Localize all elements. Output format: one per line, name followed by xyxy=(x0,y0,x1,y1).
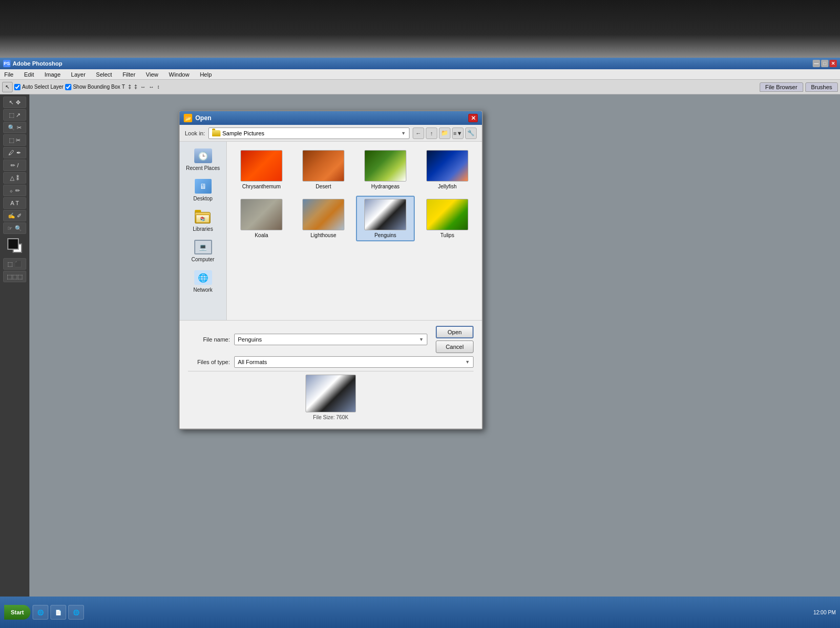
minimize-button[interactable]: — xyxy=(813,60,820,67)
thumb-penguins xyxy=(364,199,406,230)
file-type-dropdown[interactable]: ▼ xyxy=(465,359,470,365)
sidebar-item-recent-places[interactable]: 🕒 Recent Places xyxy=(183,146,224,173)
menu-layer[interactable]: Layer xyxy=(69,70,88,79)
close-button[interactable]: ✕ xyxy=(830,60,837,67)
menu-help[interactable]: Help xyxy=(198,70,214,79)
nav-back-btn[interactable]: ← xyxy=(413,127,424,139)
file-browser-tab[interactable]: File Browser xyxy=(760,82,803,92)
foreground-color[interactable] xyxy=(7,238,19,250)
file-label-desert: Desert xyxy=(316,184,331,189)
menu-window[interactable]: Window xyxy=(167,70,192,79)
file-label-koala: Koala xyxy=(255,232,268,238)
taskbar-ie[interactable]: 🌐 xyxy=(68,605,84,620)
file-label-tulips: Tulips xyxy=(440,232,454,238)
desktop-icon: 🖥 xyxy=(194,178,213,194)
file-item-chrysanthemum[interactable]: Chrysanthemum xyxy=(232,147,291,193)
file-item-penguins[interactable]: Penguins xyxy=(356,196,415,241)
quick-mask[interactable]: ⬚ ⬛ xyxy=(3,258,26,270)
file-item-tulips[interactable]: Tulips xyxy=(418,196,477,241)
recent-places-icon: 🕒 xyxy=(194,148,213,164)
tool-select[interactable]: ⬚ ↗ xyxy=(3,109,26,121)
file-name-field-label: File name: xyxy=(188,336,230,343)
dialog-title: Open xyxy=(195,114,212,122)
tab-buttons: File Browser Brushes xyxy=(760,82,838,92)
menubar: File Edit Image Layer Select Filter View… xyxy=(0,69,840,80)
file-name-value: Penguins xyxy=(238,336,262,343)
sidebar-item-network[interactable]: 🌐 Network xyxy=(183,268,224,295)
file-name-input[interactable]: Penguins ▼ xyxy=(234,334,427,345)
tool-shape[interactable]: ⬦ ✏ xyxy=(3,185,26,196)
file-preview: File Size: 760K xyxy=(188,371,474,423)
file-item-desert[interactable]: Desert xyxy=(294,147,353,193)
acrobat-icon: 📄 xyxy=(55,610,61,615)
menu-filter[interactable]: Filter xyxy=(120,70,137,79)
taskbar-explorer[interactable]: 🌐 xyxy=(33,605,48,620)
file-type-row: Files of type: All Formats ▼ xyxy=(188,356,474,368)
dialog-body: 🕒 Recent Places 🖥 Desktop 📚 xyxy=(180,142,482,320)
tool-stamp[interactable]: 🖊 ✒ xyxy=(3,147,26,158)
thumb-tulips xyxy=(426,199,468,230)
tool-move[interactable]: ↖ ✥ xyxy=(3,97,26,108)
tool-erase[interactable]: △ ⁑ xyxy=(3,172,26,184)
tool-lasso[interactable]: 🔍 ✂ xyxy=(3,122,26,133)
nav-new-folder-btn[interactable]: 📁 xyxy=(439,127,450,139)
libraries-label: Libraries xyxy=(193,226,213,232)
menu-edit[interactable]: Edit xyxy=(22,70,36,79)
sidebar-item-computer[interactable]: 💻 Computer xyxy=(183,237,224,264)
libraries-icon: 📚 xyxy=(194,209,213,225)
file-label-jellyfish: Jellyfish xyxy=(438,184,457,189)
computer-label: Computer xyxy=(192,257,215,262)
file-label-penguins: Penguins xyxy=(374,232,396,238)
bounding-box-checkbox[interactable]: Show Bounding Box xyxy=(65,84,120,90)
dialog-close-button[interactable]: ✕ xyxy=(468,114,478,122)
menu-image[interactable]: Image xyxy=(43,70,63,79)
thumb-chrysanthemum xyxy=(240,150,282,182)
screen-mode[interactable]: ⬚⬚⬚ xyxy=(3,271,26,282)
tool-type[interactable]: ☞ 🔍 xyxy=(3,222,26,234)
file-name-dropdown[interactable]: ▼ xyxy=(419,337,424,342)
nav-up-btn[interactable]: ↑ xyxy=(426,127,437,139)
maximize-button[interactable]: □ xyxy=(821,60,828,67)
open-button[interactable]: Open xyxy=(436,326,474,338)
tool-brush[interactable]: ✏ / xyxy=(3,159,26,171)
sidebar-item-desktop[interactable]: 🖥 Desktop xyxy=(183,176,224,204)
taskbar-acrobat[interactable]: 📄 xyxy=(50,605,66,620)
auto-select-checkbox[interactable]: Auto Select Layer xyxy=(14,84,64,90)
menu-view[interactable]: View xyxy=(144,70,161,79)
file-label-lighthouse: Lighthouse xyxy=(311,232,337,238)
cancel-button[interactable]: Cancel xyxy=(436,340,474,353)
action-buttons: Open Cancel xyxy=(436,326,474,353)
places-sidebar: 🕒 Recent Places 🖥 Desktop 📚 xyxy=(180,142,227,320)
recent-places-label: Recent Places xyxy=(186,165,219,171)
file-grid: Chrysanthemum Desert Hydrangeas Jellyfis… xyxy=(227,142,482,320)
tool-path[interactable]: ✍ ✐ xyxy=(3,210,26,221)
thumb-hydrangeas xyxy=(364,150,406,182)
file-label-hydrangeas: Hydrangeas xyxy=(371,184,400,189)
sidebar-item-libraries[interactable]: 📚 Libraries xyxy=(183,207,224,234)
brushes-tab[interactable]: Brushes xyxy=(805,82,838,92)
ps-window-title: Adobe Photoshop xyxy=(13,60,62,67)
file-type-value: All Formats xyxy=(238,359,267,365)
start-button[interactable]: Start xyxy=(4,605,30,620)
folder-selector[interactable]: Sample Pictures ▼ xyxy=(208,127,410,139)
file-item-jellyfish[interactable]: Jellyfish xyxy=(418,147,477,193)
nav-tools-btn[interactable]: 🔧 xyxy=(465,127,477,139)
nav-view-btn[interactable]: ≡▼ xyxy=(452,127,464,139)
color-swatches[interactable] xyxy=(7,238,22,253)
file-item-lighthouse[interactable]: Lighthouse xyxy=(294,196,353,241)
file-size-label: File Size: 760K xyxy=(313,414,348,420)
file-item-koala[interactable]: Koala xyxy=(232,196,291,241)
move-tool-btn[interactable]: ↖ xyxy=(2,82,13,92)
open-dialog: 📂 Open ✕ Look in: Sample Pictures ▼ ← ↑ … xyxy=(178,110,483,430)
menu-file[interactable]: File xyxy=(2,70,16,79)
file-item-hydrangeas[interactable]: Hydrangeas xyxy=(356,147,415,193)
menu-select[interactable]: Select xyxy=(94,70,114,79)
thumb-desert xyxy=(302,150,344,182)
nav-buttons: ← ↑ 📁 ≡▼ 🔧 xyxy=(413,127,477,139)
explorer-icon: 🌐 xyxy=(37,610,44,615)
tool-crop[interactable]: ⬚ ✂ xyxy=(3,134,26,146)
file-type-select[interactable]: All Formats ▼ xyxy=(234,356,474,368)
folder-dropdown-arrow[interactable]: ▼ xyxy=(401,131,406,136)
tool-fill[interactable]: A T xyxy=(3,197,26,209)
preview-thumbnail xyxy=(306,375,356,412)
